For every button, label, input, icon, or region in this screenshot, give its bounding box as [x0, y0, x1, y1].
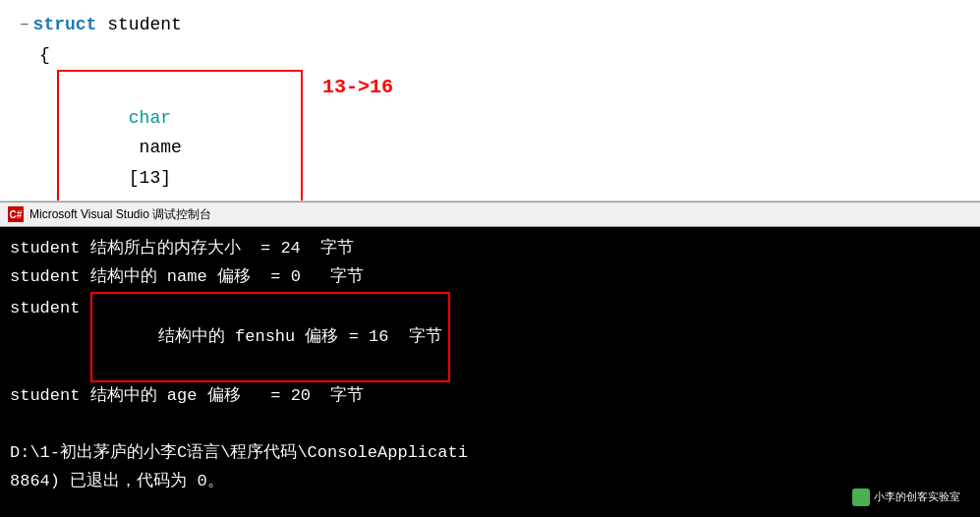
console-line-5: [10, 411, 970, 439]
console-text-2: student 结构中的 name 偏移 = 0 字节: [10, 263, 364, 292]
console-output: student 结构所占的内存大小 = 24 字节 student 结构中的 n…: [0, 227, 980, 517]
open-brace: {: [39, 40, 50, 71]
struct-name: student: [96, 10, 181, 40]
vs-icon: C#: [8, 206, 24, 222]
console-line-4: student 结构中的 age 偏移 = 20 字节: [10, 382, 970, 411]
console-text-4: student 结构中的 age 偏移 = 20 字节: [10, 382, 364, 411]
highlighted-char-declaration: char name [13] ; //char 类型 数组: [57, 70, 303, 201]
console-highlight-fenshu: 结构中的 fenshu 偏移 = 16 字节: [90, 292, 450, 383]
annotation-char-size: 13->16: [322, 71, 393, 104]
console-text-1: student 结构所占的内存大小 = 24 字节: [10, 235, 354, 263]
collapse-icon: −: [20, 13, 29, 39]
code-line-2: {: [0, 40, 980, 71]
code-editor: − struct student { char name [13] ; //ch…: [0, 0, 980, 201]
semicolon: ;: [129, 199, 140, 201]
console-line-1: student 结构所占的内存大小 = 24 字节: [10, 235, 970, 263]
console-line-3: student 结构中的 fenshu 偏移 = 16 字节: [10, 292, 970, 383]
watermark-label: 小李的创客实验室: [874, 488, 960, 506]
console-line-6: D:\1-初出茅庐的小李C语言\程序代码\ConsoleApplicati: [10, 439, 970, 468]
console-title: Microsoft Visual Studio 调试控制台: [29, 206, 211, 223]
watermark-icon: [852, 488, 870, 506]
console-line-7: 8864) 已退出，代码为 0。: [10, 468, 970, 496]
watermark: 小李的创客实验室: [844, 485, 968, 509]
var-name: name: [129, 138, 182, 157]
console-line-2: student 结构中的 name 偏移 = 0 字节: [10, 263, 970, 292]
console-header: C# Microsoft Visual Studio 调试控制台: [0, 201, 980, 227]
console-prefix-3: student: [10, 295, 90, 323]
array-size: [13]: [129, 168, 171, 188]
code-line-1: − struct student: [0, 10, 980, 40]
console-fenshu-text: 结构中的 fenshu 偏移 = 16 字节: [158, 327, 442, 346]
type-char: char: [129, 108, 171, 128]
keyword-struct: struct: [33, 10, 97, 40]
console-text-5: [10, 411, 20, 439]
console-text-7: 8864) 已退出，代码为 0。: [10, 468, 224, 496]
console-text-6: D:\1-初出茅庐的小李C语言\程序代码\ConsoleApplicati: [10, 439, 468, 468]
code-line-3: char name [13] ; //char 类型 数组 13->16: [0, 70, 980, 201]
